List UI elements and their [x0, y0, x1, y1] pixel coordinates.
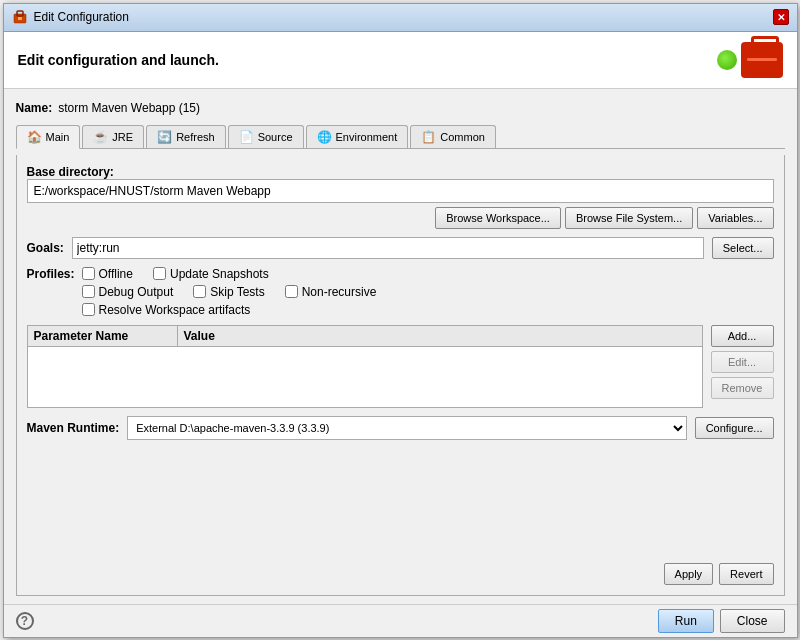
apply-revert-row: Apply Revert — [27, 563, 774, 585]
tab-jre-label: JRE — [112, 131, 133, 143]
name-value: storm Maven Webapp (15) — [58, 101, 200, 115]
debug-output-checkbox-label[interactable]: Debug Output — [82, 285, 174, 299]
jre-tab-icon: ☕ — [93, 130, 108, 144]
goals-label: Goals: — [27, 241, 64, 255]
debug-output-checkbox[interactable] — [82, 285, 95, 298]
close-button[interactable]: ✕ — [773, 9, 789, 25]
tab-common[interactable]: 📋 Common — [410, 125, 496, 148]
refresh-tab-icon: 🔄 — [157, 130, 172, 144]
skip-tests-checkbox[interactable] — [193, 285, 206, 298]
close-window-button[interactable]: Close — [720, 609, 785, 633]
skip-tests-label: Skip Tests — [210, 285, 264, 299]
tab-main[interactable]: 🏠 Main — [16, 125, 81, 149]
skip-tests-checkbox-label[interactable]: Skip Tests — [193, 285, 264, 299]
main-panel: Base directory: E:/workspace/HNUST/storm… — [16, 155, 785, 596]
params-buttons: Add... Edit... Remove — [711, 325, 774, 408]
configure-button[interactable]: Configure... — [695, 417, 774, 439]
header-area: Edit configuration and launch. — [4, 32, 797, 89]
profiles-row: Profiles: Offline Update Snapshots — [27, 267, 774, 317]
title-bar-text: Edit Configuration — [34, 10, 767, 24]
browse-filesystem-button[interactable]: Browse File System... — [565, 207, 693, 229]
browse-workspace-button[interactable]: Browse Workspace... — [435, 207, 561, 229]
tab-source[interactable]: 📄 Source — [228, 125, 304, 148]
params-body — [28, 347, 702, 407]
update-snapshots-label: Update Snapshots — [170, 267, 269, 281]
tab-source-label: Source — [258, 131, 293, 143]
remove-button[interactable]: Remove — [711, 377, 774, 399]
profiles-options: Offline Update Snapshots Debug Output — [82, 267, 377, 317]
update-snapshots-checkbox-label[interactable]: Update Snapshots — [153, 267, 269, 281]
params-table: Parameter Name Value — [27, 325, 703, 408]
header-icon-area — [717, 42, 783, 78]
goals-input[interactable] — [72, 237, 704, 259]
bottom-buttons: Run Close — [658, 609, 785, 633]
svg-rect-1 — [17, 11, 23, 16]
help-icon[interactable]: ? — [16, 612, 34, 630]
resolve-workspace-checkbox-label[interactable]: Resolve Workspace artifacts — [82, 303, 251, 317]
resolve-workspace-label: Resolve Workspace artifacts — [99, 303, 251, 317]
name-row: Name: storm Maven Webapp (15) — [16, 97, 785, 119]
tab-environment-label: Environment — [336, 131, 398, 143]
revert-button[interactable]: Revert — [719, 563, 773, 585]
environment-tab-icon: 🌐 — [317, 130, 332, 144]
base-dir-value: E:/workspace/HNUST/storm Maven Webapp — [27, 179, 774, 203]
params-col-value: Value — [178, 326, 702, 346]
params-table-area: Parameter Name Value Add... Edit... Remo… — [27, 325, 774, 408]
tab-common-label: Common — [440, 131, 485, 143]
profiles-row-3: Resolve Workspace artifacts — [82, 303, 377, 317]
non-recursive-label: Non-recursive — [302, 285, 377, 299]
offline-label: Offline — [99, 267, 133, 281]
tabs-bar: 🏠 Main ☕ JRE 🔄 Refresh 📄 Source 🌐 Enviro… — [16, 125, 785, 149]
tab-environment[interactable]: 🌐 Environment — [306, 125, 409, 148]
variables-button[interactable]: Variables... — [697, 207, 773, 229]
briefcase-icon — [741, 42, 783, 78]
title-bar: Edit Configuration ✕ — [4, 4, 797, 32]
tab-jre[interactable]: ☕ JRE — [82, 125, 144, 148]
profiles-row-2: Debug Output Skip Tests Non-recursive — [82, 285, 377, 299]
common-tab-icon: 📋 — [421, 130, 436, 144]
name-label: Name: — [16, 101, 53, 115]
params-table-header: Parameter Name Value — [28, 326, 702, 347]
add-button[interactable]: Add... — [711, 325, 774, 347]
update-snapshots-checkbox[interactable] — [153, 267, 166, 280]
run-button[interactable]: Run — [658, 609, 714, 633]
main-tab-icon: 🏠 — [27, 130, 42, 144]
profiles-row-1: Offline Update Snapshots — [82, 267, 377, 281]
select-button[interactable]: Select... — [712, 237, 774, 259]
non-recursive-checkbox-label[interactable]: Non-recursive — [285, 285, 377, 299]
window-icon — [12, 9, 28, 25]
edit-configuration-window: Edit Configuration ✕ Edit configuration … — [3, 3, 798, 638]
green-circle-icon — [717, 50, 737, 70]
content-area: Name: storm Maven Webapp (15) 🏠 Main ☕ J… — [4, 89, 797, 604]
debug-output-label: Debug Output — [99, 285, 174, 299]
non-recursive-checkbox[interactable] — [285, 285, 298, 298]
apply-button[interactable]: Apply — [664, 563, 714, 585]
maven-runtime-label: Maven Runtime: — [27, 421, 120, 435]
svg-rect-2 — [18, 17, 22, 20]
maven-runtime-select[interactable]: External D:\apache-maven-3.3.9 (3.3.9) — [127, 416, 686, 440]
offline-checkbox-label[interactable]: Offline — [82, 267, 133, 281]
tab-refresh-label: Refresh — [176, 131, 215, 143]
bottom-bar: ? Run Close — [4, 604, 797, 637]
goals-row: Goals: Select... — [27, 237, 774, 259]
header-title: Edit configuration and launch. — [18, 52, 219, 68]
tab-main-label: Main — [46, 131, 70, 143]
offline-checkbox[interactable] — [82, 267, 95, 280]
source-tab-icon: 📄 — [239, 130, 254, 144]
params-col-name: Parameter Name — [28, 326, 178, 346]
tab-refresh[interactable]: 🔄 Refresh — [146, 125, 226, 148]
resolve-workspace-checkbox[interactable] — [82, 303, 95, 316]
maven-runtime-row: Maven Runtime: External D:\apache-maven-… — [27, 416, 774, 440]
base-dir-label: Base directory: — [27, 165, 774, 179]
edit-button[interactable]: Edit... — [711, 351, 774, 373]
base-dir-section: Base directory: E:/workspace/HNUST/storm… — [27, 165, 774, 229]
profiles-label: Profiles: — [27, 267, 82, 281]
